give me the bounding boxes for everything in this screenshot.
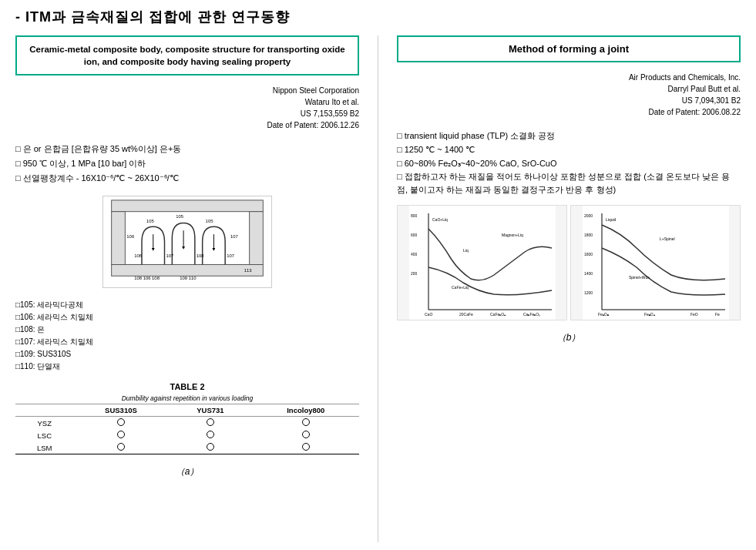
svg-rect-2: [112, 212, 126, 265]
svg-text:FeO: FeO: [690, 312, 698, 317]
bullet-2: □ 950 ℃ 이상, 1 MPa [10 bar] 이하: [15, 156, 359, 171]
svg-text:1200: 1200: [584, 290, 593, 295]
svg-text:Fe: Fe: [715, 312, 720, 317]
svg-text:107: 107: [230, 234, 238, 239]
circle-mark: [302, 431, 310, 438]
right-box-title: Method of forming a joint: [397, 35, 741, 62]
table-row: YSZ: [15, 417, 359, 430]
svg-text:CaO+Liq: CaO+Liq: [432, 217, 448, 222]
svg-text:1600: 1600: [584, 252, 593, 257]
circle-mark: [117, 418, 125, 426]
durability-table: Dumbility against repetition in various …: [15, 393, 359, 454]
svg-rect-20: [409, 206, 556, 320]
svg-text:2000: 2000: [584, 213, 593, 218]
svg-text:CaO: CaO: [425, 312, 432, 317]
circle-mark: [117, 431, 125, 438]
svg-text:105: 105: [176, 214, 184, 219]
svg-text:400: 400: [411, 252, 418, 257]
circle-mark: [207, 443, 214, 451]
svg-text:Ca₂Fe₂O₅: Ca₂Fe₂O₅: [523, 312, 540, 317]
chart-right: 2000 1800 1600 1400 1200 Fe₂O₃ Fe₃O₄ FeO…: [570, 205, 741, 320]
table-title: TABLE 2: [15, 382, 359, 391]
svg-text:CaFe+Liq: CaFe+Liq: [452, 285, 469, 290]
right-patent-info: Air Products and Chemicals, Inc. Darryl …: [397, 72, 741, 118]
left-panel: Ceramic-metal composite body, composite …: [15, 35, 359, 542]
left-legend: □105: 세라믹다공체 □106: 세라믹스 치밀체 □108: 은 □107…: [15, 299, 359, 373]
bullet-3: □ 선열팽창계수 - 16X10⁻⁶/℃ ~ 26X10⁻⁶/℃: [15, 171, 359, 186]
main-content: Ceramic-metal composite body, composite …: [15, 35, 741, 542]
table-row: LSC: [15, 429, 359, 441]
svg-text:L+Spinel: L+Spinel: [660, 236, 675, 241]
left-bullets: □ 은 or 은합금 [은합유량 35 wt%이상] 은+동 □ 950 ℃ 이…: [15, 142, 359, 185]
right-bullets: □ transient liquid phase (TLP) 소결화 공정 □ …: [397, 129, 741, 196]
svg-text:113: 113: [244, 269, 253, 273]
svg-text:Spinel+Wüs: Spinel+Wüs: [629, 275, 650, 280]
right-charts: 800 600 400 200 CaO 20CaFe CaFe₂O₄ Ca₂Fe…: [397, 205, 741, 320]
circle-mark: [117, 443, 125, 451]
svg-text:Liquid: Liquid: [606, 217, 617, 222]
page-container: - ITM과 금속재질의 접합에 관한 연구동향 Ceramic-metal c…: [0, 0, 756, 550]
svg-text:Fe₂O₃: Fe₂O₃: [598, 312, 609, 317]
svg-text:800: 800: [411, 213, 418, 218]
svg-text:20CaFe: 20CaFe: [459, 312, 473, 317]
circle-mark: [302, 418, 310, 426]
svg-text:Magnon+Liq: Magnon+Liq: [502, 233, 523, 237]
svg-text:Liq: Liq: [463, 248, 469, 253]
label-b: （b）: [397, 331, 741, 344]
left-diagram: 106 105 105 105 107 108 107 108 107 113 …: [15, 196, 359, 288]
diagram-svg: 106 105 105 105 107 108 107 108 107 113 …: [102, 196, 272, 288]
svg-text:105: 105: [146, 220, 155, 224]
svg-text:CaFe₂O₄: CaFe₂O₄: [490, 312, 506, 317]
left-table: TABLE 2 Dumbility against repetition in …: [15, 382, 359, 454]
left-patent-info: Nippon Steel Corporation Wataru Ito et a…: [15, 85, 359, 131]
svg-text:108: 108: [197, 253, 205, 258]
svg-text:600: 600: [411, 233, 418, 237]
circle-mark: [207, 431, 214, 438]
table-row: LSM: [15, 441, 359, 454]
svg-rect-3: [250, 212, 264, 265]
bullet-1: □ 은 or 은합금 [은합유량 35 wt%이상] 은+동: [15, 142, 359, 156]
svg-text:108 106 108: 108 106 108: [134, 276, 160, 280]
header-title: - ITM과 금속재질의 접합에 관한 연구동향: [15, 8, 741, 26]
svg-text:108: 108: [134, 253, 143, 258]
chart-left: 800 600 400 200 CaO 20CaFe CaFe₂O₄ Ca₂Fe…: [397, 205, 567, 320]
svg-rect-35: [583, 206, 729, 320]
svg-text:Fe₃O₄: Fe₃O₄: [644, 312, 655, 317]
svg-text:105: 105: [206, 220, 214, 224]
circle-mark: [302, 443, 310, 451]
svg-rect-1: [112, 200, 264, 212]
left-box-title: Ceramic-metal composite body, composite …: [15, 35, 359, 75]
svg-text:1400: 1400: [584, 271, 593, 276]
panel-divider: [378, 35, 378, 542]
right-panel: Method of forming a joint Air Products a…: [397, 35, 741, 542]
svg-text:109 110: 109 110: [180, 276, 197, 280]
svg-text:106: 106: [126, 234, 135, 239]
circle-mark: [207, 418, 214, 426]
svg-text:107: 107: [227, 253, 234, 258]
label-a: （a）: [15, 465, 359, 478]
svg-text:200: 200: [411, 271, 418, 276]
phase-diagram-2: 2000 1800 1600 1400 1200 Fe₂O₃ Fe₃O₄ FeO…: [583, 206, 729, 320]
svg-rect-4: [112, 265, 264, 277]
phase-diagram-1: 800 600 400 200 CaO 20CaFe CaFe₂O₄ Ca₂Fe…: [409, 206, 556, 320]
svg-text:1800: 1800: [584, 233, 593, 237]
svg-text:107: 107: [166, 253, 173, 258]
